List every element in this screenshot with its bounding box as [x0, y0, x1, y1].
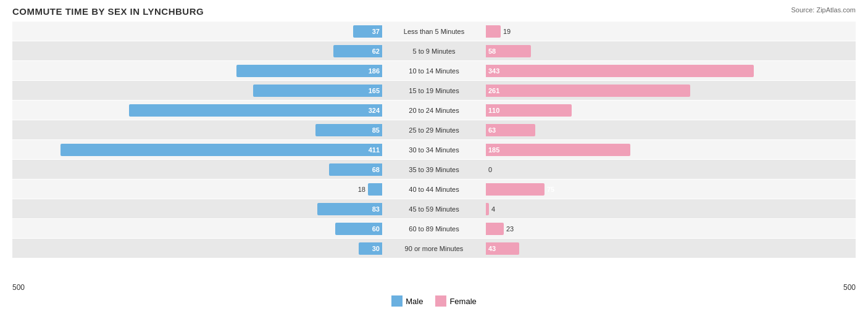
female-bar — [486, 25, 501, 38]
female-value: 19 — [503, 28, 511, 35]
row-label: 40 to 44 Minutes — [385, 186, 483, 193]
legend-female-label: Female — [449, 297, 476, 306]
male-bar-wrapper: 83 — [12, 203, 382, 215]
right-section: 63 — [483, 120, 856, 139]
female-bar-wrapper: 4 — [486, 203, 856, 215]
table-row: 411 30 to 34 Minutes 185 — [12, 140, 856, 159]
row-label: 20 to 24 Minutes — [385, 107, 483, 114]
right-section: 19 — [483, 22, 856, 41]
table-row: 68 35 to 39 Minutes 0 — [12, 160, 856, 179]
table-row: 37 Less than 5 Minutes 19 — [12, 22, 856, 41]
left-section: 68 — [12, 160, 385, 179]
row-label: 35 to 39 Minutes — [385, 166, 483, 173]
female-bar — [486, 223, 504, 235]
female-bar-wrapper: 185 — [486, 144, 856, 156]
female-value: 58 — [488, 47, 496, 55]
male-bar-wrapper: 186 — [12, 65, 382, 77]
row-label: 60 to 89 Minutes — [385, 225, 483, 233]
male-value: 85 — [372, 126, 380, 134]
male-value: 62 — [372, 47, 380, 55]
male-bar — [368, 183, 382, 196]
male-bar: 62 — [333, 45, 382, 57]
left-section: 324 — [12, 101, 385, 120]
female-bar-wrapper: 0 — [486, 163, 856, 176]
male-bar: 37 — [353, 25, 382, 38]
right-section: 58 — [483, 41, 856, 60]
female-bar-wrapper: 261 — [486, 85, 856, 97]
right-section: 23 — [483, 219, 856, 238]
male-value: 83 — [372, 205, 380, 213]
male-bar: 324 — [129, 104, 382, 117]
female-value: 261 — [488, 87, 499, 94]
right-section: 343 — [483, 61, 856, 80]
table-row: 83 45 to 59 Minutes 4 — [12, 199, 856, 218]
male-bar: 68 — [329, 163, 382, 176]
row-label: 90 or more Minutes — [385, 245, 483, 252]
left-section: 30 — [12, 239, 385, 258]
male-bar: 85 — [315, 124, 382, 136]
row-label: 15 to 19 Minutes — [385, 87, 483, 94]
table-row: 186 10 to 14 Minutes 343 — [12, 61, 856, 80]
male-bar: 411 — [61, 144, 382, 156]
left-section: 411 — [12, 140, 385, 159]
female-value: 185 — [488, 146, 499, 154]
right-section: 110 — [483, 101, 856, 120]
male-value: 68 — [372, 166, 380, 173]
female-bar-wrapper: 75 — [486, 183, 856, 196]
male-value: 324 — [369, 107, 380, 114]
table-row: 18 40 to 44 Minutes 75 — [12, 180, 856, 199]
row-label: 30 to 34 Minutes — [385, 146, 483, 154]
female-bar: 343 — [486, 65, 754, 77]
left-section: 37 — [12, 22, 385, 41]
female-bar: 261 — [486, 85, 690, 97]
axis-right: 500 — [843, 283, 856, 292]
female-bar: 63 — [486, 124, 535, 136]
female-bar-wrapper: 43 — [486, 242, 856, 255]
left-section: 18 — [12, 180, 385, 199]
row-label: 5 to 9 Minutes — [385, 47, 483, 55]
axis-left: 500 — [12, 283, 25, 292]
table-row: 165 15 to 19 Minutes 261 — [12, 81, 856, 100]
male-bar-wrapper: 85 — [12, 124, 382, 136]
female-bar-wrapper: 19 — [486, 25, 856, 38]
male-bar: 30 — [359, 242, 382, 255]
left-section: 186 — [12, 61, 385, 80]
chart-title: COMMUTE TIME BY SEX IN LYNCHBURG — [12, 6, 856, 17]
table-row: 60 60 to 89 Minutes 23 — [12, 219, 856, 238]
female-value: 343 — [488, 67, 499, 75]
female-value: 110 — [488, 107, 499, 114]
female-bar: 58 — [486, 45, 531, 57]
female-bar-wrapper: 58 — [486, 45, 856, 57]
right-section: 261 — [483, 81, 856, 100]
female-value: 63 — [488, 126, 496, 134]
legend: Male Female — [12, 295, 856, 307]
male-bar-wrapper: 68 — [12, 163, 382, 176]
left-section: 165 — [12, 81, 385, 100]
source-text: Source: ZipAtlas.com — [791, 6, 856, 14]
male-value: 37 — [372, 28, 380, 35]
male-bar: 60 — [335, 223, 382, 235]
female-value: 75 — [547, 186, 554, 193]
right-section: 75 — [483, 180, 856, 199]
male-bar-wrapper: 324 — [12, 104, 382, 117]
female-bar — [486, 183, 545, 196]
male-bar: 186 — [236, 65, 382, 77]
male-value: 186 — [369, 67, 380, 75]
male-value: 411 — [369, 146, 380, 154]
right-section: 43 — [483, 239, 856, 258]
right-section: 0 — [483, 160, 856, 179]
left-section: 83 — [12, 199, 385, 218]
female-bar: 185 — [486, 144, 630, 156]
female-value: 4 — [491, 205, 495, 213]
legend-male-label: Male — [406, 297, 423, 306]
axis-labels: 500 500 — [12, 283, 856, 292]
female-bar-wrapper: 343 — [486, 65, 856, 77]
table-row: 30 90 or more Minutes 43 — [12, 239, 856, 258]
female-bar-wrapper: 63 — [486, 124, 856, 136]
left-section: 62 — [12, 41, 385, 60]
table-row: 85 25 to 29 Minutes 63 — [12, 120, 856, 139]
male-bar-wrapper: 165 — [12, 85, 382, 97]
male-bar-wrapper: 30 — [12, 242, 382, 255]
male-bar-wrapper: 62 — [12, 45, 382, 57]
row-label: 45 to 59 Minutes — [385, 205, 483, 213]
